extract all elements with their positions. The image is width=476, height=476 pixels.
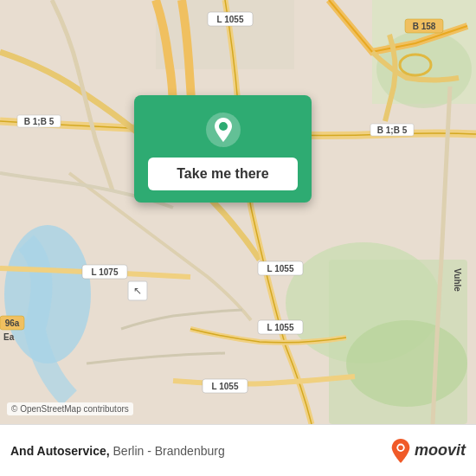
moovit-logo: moovit: [390, 439, 466, 463]
place-info: And Autoservice, Berlin - Brandenburg: [10, 444, 225, 458]
place-title: And Autoservice, Berlin - Brandenburg: [10, 444, 225, 458]
road-label-b1b5-far-right: B 1;B 5: [377, 125, 408, 135]
road-label-l1055-top: L 1055: [217, 15, 244, 24]
road-label-vuhle: Vuhle: [453, 268, 462, 292]
svg-text:↖: ↖: [133, 285, 142, 297]
road-label-l1075: L 1075: [92, 267, 119, 277]
take-me-there-button[interactable]: Take me there: [148, 158, 298, 190]
location-pin-icon: [204, 111, 242, 149]
road-label-ea: Ea: [3, 332, 15, 342]
bottom-bar: And Autoservice, Berlin - Brandenburg mo…: [0, 424, 476, 476]
map-attribution: © OpenStreetMap contributors: [7, 402, 133, 415]
svg-point-23: [219, 122, 228, 131]
svg-point-25: [398, 445, 403, 450]
map-container: L 1055 B 158 B 1;B 5 B 1;B 5 B 1;B 5 B 1…: [0, 0, 476, 424]
road-label-l1055-mid: L 1055: [267, 264, 294, 273]
location-card[interactable]: Take me there: [134, 95, 312, 203]
moovit-pin-icon: [390, 439, 411, 463]
road-label-b158: B 158: [413, 22, 436, 31]
road-label-b1b5-left: B 1;B 5: [24, 117, 55, 126]
moovit-text: moovit: [415, 441, 466, 460]
svg-point-3: [346, 320, 467, 407]
road-label-96a: 96a: [5, 318, 20, 328]
road-label-l1055-bottom-mid: L 1055: [267, 323, 294, 332]
road-label-l1055-bottom: L 1055: [212, 382, 239, 391]
